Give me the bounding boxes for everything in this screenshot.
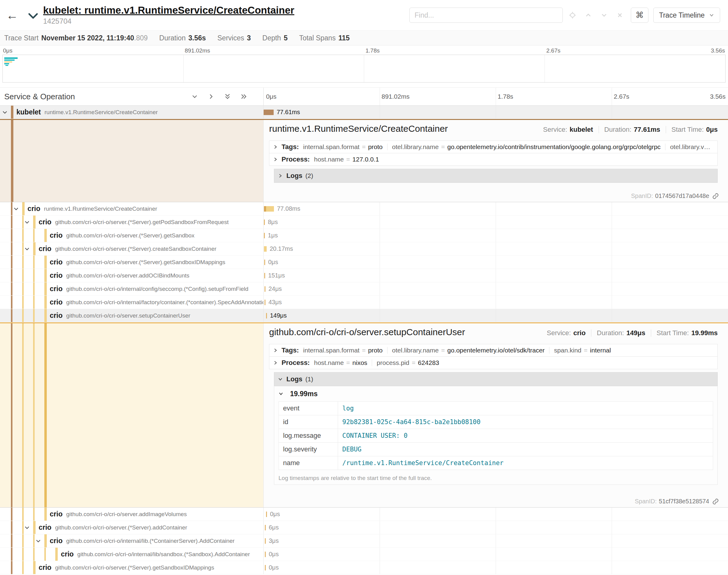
trace-timeline-minimap[interactable]	[2, 55, 726, 82]
span-detail-crio: github.com/cri-o/cri-o/server.setupConta…	[0, 323, 728, 508]
span-row[interactable]: criogithub.com/cri-o/cri-o/server.(*Serv…	[0, 229, 728, 242]
span-name-cell: criogithub.com/cri-o/cri-o/internal/fact…	[0, 296, 264, 309]
tree-guide	[11, 534, 12, 547]
trace-detail-toggle-icon[interactable]	[28, 12, 38, 20]
tags-accordion[interactable]: Tags: internal.span.format=protootel.lib…	[269, 344, 718, 357]
tree-guide	[44, 323, 47, 507]
expand-chevron-icon[interactable]	[2, 109, 8, 115]
span-row[interactable]: criogithub.com/cri-o/cri-o/server.addIma…	[0, 508, 728, 521]
find-input[interactable]	[409, 8, 563, 23]
span-detail-kubelet: runtime.v1.RuntimeService/CreateContaine…	[0, 119, 728, 202]
span-timeline-cell[interactable]: 24μs	[264, 282, 728, 295]
tags-accordion[interactable]: Tags: internal.span.format=protootel.lib…	[269, 141, 718, 153]
expand-chevron-icon[interactable]	[24, 525, 30, 531]
expand-chevron-icon[interactable]	[24, 219, 30, 225]
copy-link-icon[interactable]	[712, 498, 719, 505]
span-row[interactable]: criogithub.com/cri-o/cri-o/server.setupC…	[0, 309, 728, 323]
span-duration-label: 151μs	[268, 272, 285, 279]
span-timeline-cell[interactable]: 0μs	[264, 256, 728, 269]
kv-equals: =	[441, 347, 444, 354]
process-accordion[interactable]: Process: host.name=nixosprocess.pid=6242…	[269, 357, 718, 369]
span-name-cell: criogithub.com/cri-o/cri-o/internal/lib/…	[0, 548, 264, 561]
meta-duration-value: 77.61ms	[634, 126, 660, 134]
expand-all-icon[interactable]	[240, 93, 247, 100]
span-timeline-cell[interactable]: 20.17ms	[264, 242, 728, 255]
tree-guide	[22, 229, 24, 242]
span-row[interactable]: criogithub.com/cri-o/cri-o/server.(*Serv…	[0, 215, 728, 229]
log-entry-header[interactable]: 19.99ms	[278, 387, 713, 400]
span-row[interactable]: criogithub.com/cri-o/cri-o/server.(*Serv…	[0, 242, 728, 256]
process-label: Process:	[282, 359, 310, 367]
meta-start-label: Start Time:	[657, 329, 689, 337]
operation-name: runtime.v1.RuntimeService/CreateContaine…	[44, 206, 157, 212]
keyboard-shortcuts-button[interactable]: ⌘	[631, 8, 649, 23]
divider	[549, 347, 550, 354]
find-controls	[569, 11, 624, 19]
tree-guide	[22, 256, 24, 269]
back-button[interactable]: ←	[6, 8, 20, 22]
span-name: crioruntime.v1.RuntimeService/CreateCont…	[28, 202, 263, 215]
span-duration-bar	[264, 206, 274, 212]
tick-label: 2.67s	[547, 47, 560, 54]
log-field-key: log.severity	[279, 443, 338, 456]
span-row[interactable]: criogithub.com/cri-o/cri-o/internal/lib/…	[0, 548, 728, 561]
tree-guide	[22, 548, 24, 561]
span-row[interactable]: criogithub.com/cri-o/cri-o/internal/lib.…	[0, 534, 728, 548]
span-row[interactable]: criogithub.com/cri-o/cri-o/internal/conf…	[0, 282, 728, 296]
span-duration-label: 24μs	[268, 285, 282, 292]
span-row[interactable]: criogithub.com/cri-o/cri-o/server.addOCI…	[0, 269, 728, 282]
expand-chevron-icon[interactable]	[13, 206, 19, 212]
span-rows: kubeletruntime.v1.RuntimeService/CreateC…	[0, 106, 728, 574]
trace-start: Trace StartNovember 15 2022, 11:19:40.80…	[4, 34, 147, 42]
kv-key: otel.library.name	[392, 347, 439, 354]
span-row[interactable]: kubeletruntime.v1.RuntimeService/CreateC…	[0, 106, 728, 119]
span-timeline-cell[interactable]: 149μs	[264, 309, 728, 322]
span-timeline-cell[interactable]: 1μs	[264, 229, 728, 242]
span-detail-panel: github.com/cri-o/cri-o/server.setupConta…	[264, 323, 728, 507]
span-timeline-cell[interactable]: 151μs	[264, 269, 728, 282]
divider	[387, 144, 388, 150]
span-row[interactable]: criogithub.com/cri-o/cri-o/internal/fact…	[0, 296, 728, 309]
find-prev-icon[interactable]	[585, 11, 592, 19]
process-accordion[interactable]: Process: host.name=127.0.0.1	[269, 153, 718, 166]
span-duration-bar	[265, 565, 266, 570]
copy-link-icon[interactable]	[712, 193, 719, 199]
span-name: criogithub.com/cri-o/cri-o/server.setupC…	[50, 309, 263, 322]
span-name: criogithub.com/cri-o/cri-o/server.(*Serv…	[39, 242, 263, 255]
detail-span-meta: Service:kubelet Duration:77.61ms Start T…	[543, 126, 718, 134]
span-timeline-cell[interactable]: 0μs	[264, 561, 728, 574]
trace-view-select[interactable]: Trace Timeline	[653, 8, 720, 23]
span-timeline-cell[interactable]: 77.08ms	[264, 202, 728, 215]
find-focus-icon[interactable]	[569, 11, 576, 19]
expand-one-icon[interactable]	[207, 93, 215, 100]
span-timeline-cell[interactable]: 3μs	[264, 534, 728, 547]
span-row[interactable]: criogithub.com/cri-o/cri-o/server.(*Serv…	[0, 561, 728, 574]
span-timeline-cell[interactable]: 0μs	[264, 548, 728, 561]
logs-accordion[interactable]: Logs (1)	[274, 372, 718, 386]
logs-accordion[interactable]: Logs (2)	[274, 169, 718, 183]
span-timeline-cell[interactable]: 8μs	[264, 215, 728, 229]
find-clear-icon[interactable]	[616, 11, 624, 19]
service-name: crio	[50, 231, 63, 240]
tick-label: 0μs	[3, 47, 12, 54]
span-row[interactable]: criogithub.com/cri-o/cri-o/server.(*Serv…	[0, 521, 728, 534]
span-row[interactable]: crioruntime.v1.RuntimeService/CreateCont…	[0, 202, 728, 215]
trace-title-link[interactable]: kubelet: runtime.v1.RuntimeService/Creat…	[43, 5, 294, 16]
span-timeline-cell[interactable]: 0μs	[264, 508, 728, 521]
collapse-all-icon[interactable]	[224, 93, 231, 100]
find-next-icon[interactable]	[600, 11, 608, 19]
span-duration-bar	[264, 110, 274, 115]
span-timeline-cell[interactable]: 6μs	[264, 521, 728, 534]
expand-chevron-icon[interactable]	[35, 538, 41, 544]
span-detail-panel: runtime.v1.RuntimeService/CreateContaine…	[264, 120, 728, 202]
tick-label: 1.78s	[366, 47, 379, 54]
expand-chevron-icon[interactable]	[24, 246, 30, 252]
collapse-one-icon[interactable]	[191, 93, 198, 100]
span-timeline-cell[interactable]: 43μs	[264, 296, 728, 309]
kv-key: internal.span.format	[303, 143, 360, 150]
span-duration-bar	[264, 260, 265, 265]
span-timeline-cell[interactable]: 77.61ms	[264, 106, 728, 119]
trace-summary-bar: Trace StartNovember 15 2022, 11:19:40.80…	[0, 30, 728, 45]
tick-label: 891.02ms	[185, 47, 210, 54]
span-row[interactable]: criogithub.com/cri-o/cri-o/server.(*Serv…	[0, 256, 728, 269]
